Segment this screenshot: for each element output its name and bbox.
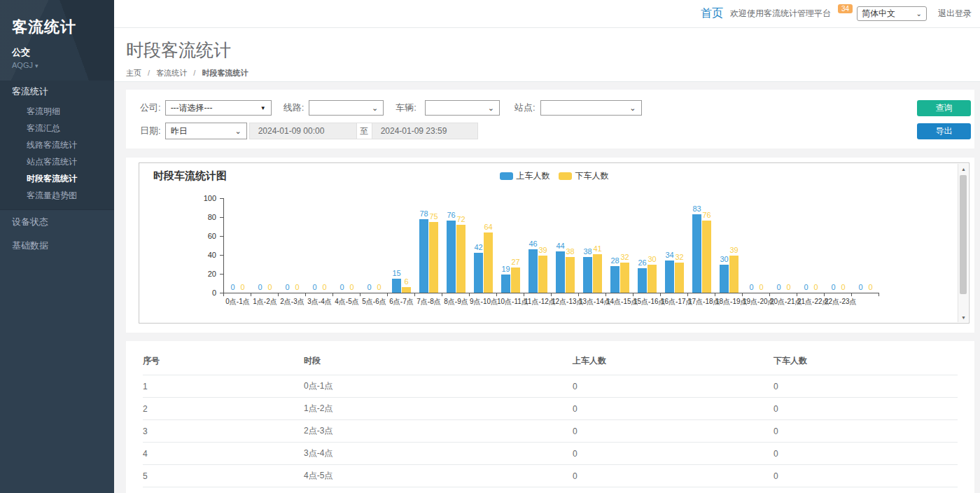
- x-axis-tick: [769, 293, 770, 296]
- sidebar-other-items: 设备状态基础数据: [0, 210, 114, 258]
- bar-value-label: 76: [447, 211, 455, 219]
- chevron-down-icon: ⌄: [916, 10, 922, 18]
- y-axis-tick: [220, 274, 223, 275]
- bar-group: 00: [825, 198, 852, 293]
- bar-上车人数[interactable]: 19: [501, 275, 510, 293]
- company-select[interactable]: ---请选择--- ▼: [165, 100, 272, 116]
- table-row: 43点-4点00: [143, 443, 958, 465]
- legend-item-alighting[interactable]: 下车人数: [559, 170, 609, 182]
- bar-value-label: 0: [340, 283, 344, 291]
- x-axis-label: 4点-5点: [333, 297, 360, 307]
- sidebar-section-passenger-stats: 客流统计 客流明细客流汇总线路客流统计站点客流统计时段客流统计客流量趋势图: [0, 81, 114, 210]
- x-axis-label: 14点-15点: [606, 297, 634, 307]
- sidebar-subitem[interactable]: 时段客流统计: [0, 170, 114, 187]
- x-axis-label: 20点-21点: [770, 297, 797, 307]
- bar-上车人数[interactable]: 26: [638, 268, 647, 293]
- breadcrumb-passenger-stats[interactable]: 客流统计: [156, 69, 187, 77]
- bar-上车人数[interactable]: 46: [528, 249, 538, 293]
- bar-上车人数[interactable]: 28: [610, 266, 620, 293]
- bar-group: 00: [743, 198, 770, 293]
- x-axis-tick: [742, 293, 743, 296]
- bar-value-label: 15: [392, 269, 400, 277]
- sidebar-subitem[interactable]: 站点客流统计: [0, 153, 114, 170]
- table-row: 21点-2点00: [143, 398, 958, 420]
- account-menu[interactable]: AQGJ▾: [12, 61, 114, 69]
- date-from-input[interactable]: 2024-01-09 00:00: [249, 123, 357, 139]
- bar-value-label: 0: [786, 283, 790, 291]
- bar-value-label: 0: [295, 283, 299, 291]
- bar-下车人数[interactable]: 64: [484, 232, 493, 293]
- export-button[interactable]: 导出: [917, 123, 971, 139]
- bar-value-label: 0: [749, 283, 753, 291]
- main-area: 首页 欢迎使用客流统计管理平台 34 简体中文 ⌄ 退出登录 时段客流统计 主页…: [114, 0, 980, 493]
- bar-下车人数[interactable]: 32: [675, 263, 684, 293]
- bar-上车人数[interactable]: 30: [720, 265, 729, 293]
- col-header-period: 时段: [304, 349, 573, 375]
- scrollbar-thumb[interactable]: [960, 175, 967, 294]
- bar-group: 2832: [606, 198, 634, 293]
- bar-value-label: 0: [776, 283, 780, 291]
- bar-下车人数[interactable]: 41: [593, 254, 602, 293]
- x-axis-labels: 0点-1点1点-2点2点-3点3点-4点4点-5点5点-6点6点-7点7点-8点…: [224, 297, 879, 307]
- x-axis-label: 9点-10点: [470, 297, 497, 307]
- bar-上车人数[interactable]: 78: [419, 219, 428, 293]
- scroll-up-arrow-icon[interactable]: ▲: [958, 164, 969, 174]
- x-axis-label: 0点-1点: [224, 297, 251, 307]
- bar-value-label: 39: [538, 246, 547, 254]
- date-label: 日期:: [140, 125, 161, 137]
- breadcrumb-home[interactable]: 主页: [126, 69, 141, 77]
- date-preset-select[interactable]: 昨日 ⌄: [165, 123, 247, 139]
- bar-上车人数[interactable]: 15: [392, 279, 401, 293]
- sidebar-item-passenger-stats[interactable]: 客流统计: [0, 81, 114, 103]
- bar-下车人数[interactable]: 27: [511, 268, 520, 293]
- date-preset-value: 昨日: [171, 125, 188, 137]
- bar-下车人数[interactable]: 30: [648, 265, 657, 293]
- bar-上车人数[interactable]: 76: [447, 221, 456, 293]
- sidebar-subitem[interactable]: 线路客流统计: [0, 137, 114, 153]
- bar-下车人数[interactable]: 39: [538, 256, 547, 293]
- bar-下车人数[interactable]: 6: [402, 287, 411, 293]
- bar-下车人数[interactable]: 32: [620, 263, 629, 293]
- chevron-down-icon: ⌄: [234, 127, 241, 136]
- bar-group: 7875: [415, 198, 442, 293]
- bar-上车人数[interactable]: 34: [665, 261, 674, 293]
- chart-scrollbar[interactable]: ▲ ▼: [958, 164, 968, 322]
- x-axis-tick: [360, 293, 360, 296]
- table-cell: 2: [143, 398, 304, 420]
- bar-下车人数[interactable]: 72: [456, 225, 465, 293]
- x-axis-tick: [332, 293, 333, 296]
- bar-下车人数[interactable]: 38: [566, 257, 575, 293]
- language-select[interactable]: 简体中文 ⌄: [857, 6, 927, 21]
- x-axis-tick: [251, 293, 251, 296]
- bar-group: 4639: [524, 198, 552, 293]
- bar-value-label: 44: [556, 242, 564, 250]
- bar-上车人数[interactable]: 42: [474, 253, 483, 293]
- bar-group: 00: [360, 198, 388, 293]
- query-button[interactable]: 查询: [917, 100, 971, 116]
- date-to-input[interactable]: 2024-01-09 23:59: [372, 123, 478, 139]
- logout-link[interactable]: 退出登录: [938, 8, 972, 20]
- vehicle-select[interactable]: ⌄: [425, 100, 500, 116]
- line-select[interactable]: ⌄: [309, 100, 384, 116]
- x-axis-label: 18点-19点: [715, 297, 743, 307]
- sidebar-subitem[interactable]: 客流汇总: [0, 120, 114, 137]
- notification-badge[interactable]: 34: [838, 4, 853, 13]
- station-select[interactable]: ⌄: [540, 100, 642, 116]
- bar-下车人数[interactable]: 76: [702, 221, 711, 293]
- sidebar-item[interactable]: 基础数据: [0, 234, 114, 258]
- bar-上车人数[interactable]: 83: [692, 214, 701, 293]
- bar-下车人数[interactable]: 39: [729, 256, 738, 293]
- y-axis-tick: [220, 198, 223, 199]
- sidebar-subitem[interactable]: 客流明细: [0, 103, 114, 120]
- scroll-down-arrow-icon[interactable]: ▼: [958, 312, 969, 322]
- sidebar-subitem[interactable]: 客流量趋势图: [0, 187, 114, 204]
- home-link[interactable]: 首页: [701, 6, 723, 21]
- table-cell: 0: [774, 420, 958, 443]
- bar-上车人数[interactable]: 44: [556, 251, 565, 293]
- filter-panel: 公司: ---请选择--- ▼ 线路: ⌄ 车辆: ⌄ 站点:: [126, 90, 974, 148]
- sidebar-item[interactable]: 设备状态: [0, 210, 114, 234]
- bar-下车人数[interactable]: 75: [429, 222, 438, 293]
- legend-item-boarding[interactable]: 上车人数: [500, 170, 550, 182]
- bar-上车人数[interactable]: 38: [583, 257, 592, 293]
- x-axis-label: 22点-23点: [825, 297, 852, 307]
